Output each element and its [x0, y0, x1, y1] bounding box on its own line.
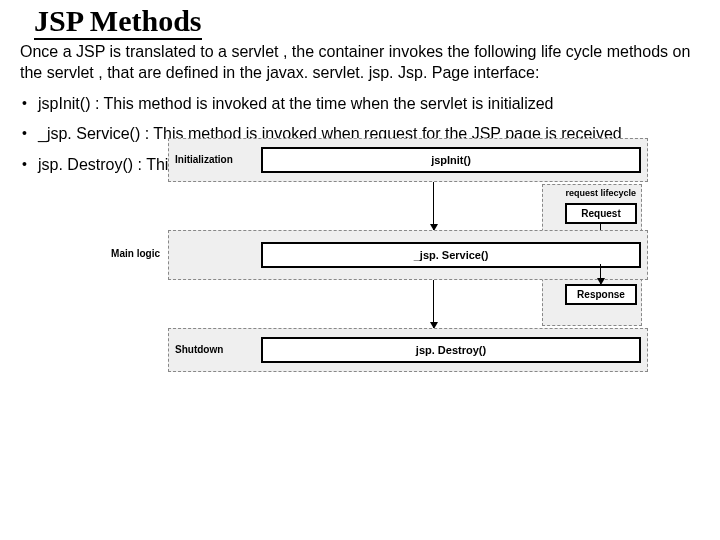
arrow-down-icon — [433, 280, 434, 328]
phase-label: Initialization — [175, 154, 261, 165]
phase-service: _jsp. Service() — [168, 230, 648, 280]
main-logic-label: Main logic — [98, 248, 160, 259]
response-box: Response — [565, 284, 637, 305]
list-item: jspInit() : This method is invoked at th… — [20, 94, 700, 115]
arrow-down-icon — [433, 182, 434, 230]
lifecycle-label: request lifecycle — [565, 188, 636, 198]
method-box-init: jspInit() — [261, 147, 641, 173]
arrow-down-icon — [600, 264, 601, 284]
intro-paragraph: Once a JSP is translated to a servlet , … — [20, 42, 700, 84]
method-box-destroy: jsp. Destroy() — [261, 337, 641, 363]
phase-shutdown: Shutdown jsp. Destroy() — [168, 328, 648, 372]
phase-label: Shutdown — [175, 344, 261, 355]
request-box: Request — [565, 203, 637, 224]
page-title: JSP Methods — [34, 4, 202, 40]
method-box-service: _jsp. Service() — [261, 242, 641, 268]
lifecycle-diagram: Main logic request lifecycle Initializat… — [168, 138, 648, 372]
phase-initialization: Initialization jspInit() — [168, 138, 648, 182]
